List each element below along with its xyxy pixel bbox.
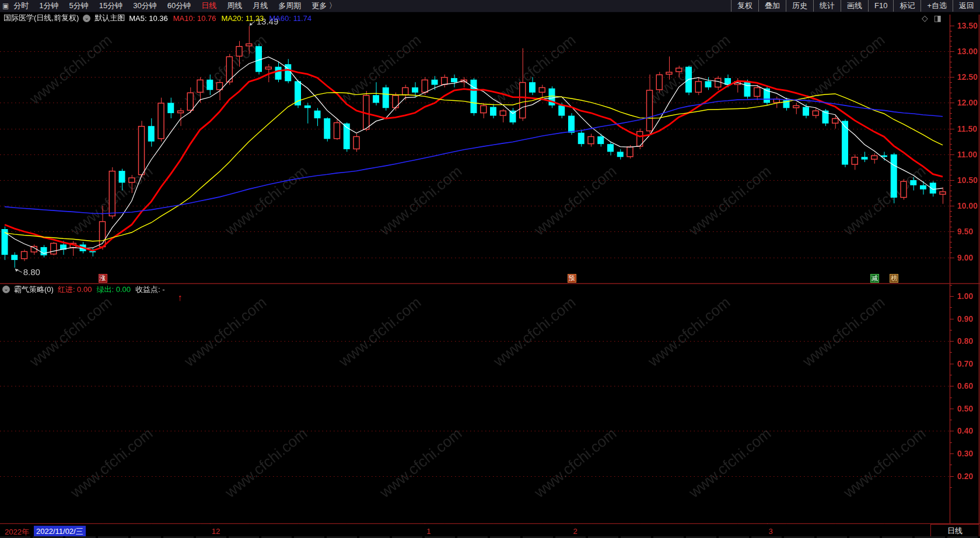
period-tab-分时[interactable]: 分时 (13, 1, 29, 11)
period-tab-多周期[interactable]: 多周期 (278, 1, 301, 11)
buy-signal-arrow-icon: ↑ (178, 294, 183, 302)
ma-value-labels: MA5: 10.36MA10: 10.76MA20: 11.23MA60: 11… (129, 14, 317, 23)
tool-button-复权[interactable]: 复权 (731, 0, 758, 12)
indicator-value: 收益点: - (135, 285, 165, 294)
indicator-value: 红进: 0.00 (58, 285, 92, 294)
indicator-values: 红进: 0.00绿出: 0.00收益点: - (58, 284, 170, 295)
split-view-icon[interactable]: ◨ (934, 13, 942, 23)
chart-title-row: 国际医学(日线,前复权) ⌄ 默认主图 MA5: 10.36MA10: 10.7… (4, 13, 317, 23)
time-axis: 2022年 2022/11/02/三 12123 日线 (0, 524, 980, 538)
event-badge-涨[interactable]: 涨 (99, 274, 107, 283)
period-tab-更多〉[interactable]: 更多 〉 (312, 1, 337, 11)
period-tab-60分钟[interactable]: 60分钟 (167, 1, 191, 11)
chevron-circle-icon[interactable]: ⌄ (2, 286, 10, 293)
indicator-title-row: ⌄ 霸气策略(0) 红进: 0.00绿出: 0.00收益点: - (2, 285, 170, 294)
event-badge-榜[interactable]: 榜 (890, 274, 898, 283)
event-badge-预[interactable]: 预 (568, 274, 576, 283)
chevron-circle-icon[interactable]: ⌄ (83, 15, 90, 22)
tool-button-叠加[interactable]: 叠加 (758, 0, 786, 12)
period-tab-日线[interactable]: 日线 (201, 1, 216, 11)
event-badge-减[interactable]: 减 (870, 274, 879, 283)
month-tick-label: 1 (426, 527, 430, 536)
window-icon[interactable]: ▣ (2, 2, 9, 10)
ma-label: MA60: 11.74 (269, 14, 312, 23)
toolbar-buttons: 复权叠加历史统计画线F10标记+自选返回 (731, 0, 980, 12)
period-tab-1分钟[interactable]: 1分钟 (39, 1, 58, 11)
top-toolbar: ▣ 分时1分钟5分钟15分钟30分钟60分钟日线周线月线多周期更多 〉 复权叠加… (0, 0, 980, 12)
tool-button-+自选[interactable]: +自选 (921, 0, 953, 12)
period-display-box: 日线 (930, 524, 979, 537)
tool-button-F10[interactable]: F10 (868, 0, 893, 12)
indicator-value: 绿出: 0.00 (96, 285, 131, 294)
indicator-name: 霸气策略(0) (14, 284, 54, 295)
ma-label: MA5: 10.36 (129, 14, 168, 23)
ma-label: MA10: 10.76 (173, 14, 216, 23)
period-tabs: 分时1分钟5分钟15分钟30分钟60分钟日线周线月线多周期更多 〉 (13, 1, 337, 11)
selected-date-chip[interactable]: 2022/11/02/三 (34, 526, 86, 537)
tool-button-统计[interactable]: 统计 (813, 0, 841, 12)
trading-app-window: ▣ 分时1分钟5分钟15分钟30分钟60分钟日线周线月线多周期更多 〉 复权叠加… (0, 0, 980, 538)
month-tick-label: 12 (212, 527, 220, 536)
tool-button-返回[interactable]: 返回 (953, 0, 980, 12)
tool-button-标记[interactable]: 标记 (893, 0, 921, 12)
tool-button-画线[interactable]: 画线 (841, 0, 868, 12)
ma-label: MA20: 11.23 (222, 14, 264, 23)
period-tab-月线[interactable]: 月线 (253, 1, 268, 11)
period-tab-周线[interactable]: 周线 (227, 1, 242, 11)
diamond-icon[interactable]: ◇ (922, 13, 928, 23)
period-tab-5分钟[interactable]: 5分钟 (69, 1, 89, 11)
stock-title: 国际医学(日线,前复权) (4, 13, 79, 23)
month-tick-label: 3 (769, 527, 773, 536)
period-tab-30分钟[interactable]: 30分钟 (133, 1, 156, 11)
tool-button-历史[interactable]: 历史 (786, 0, 813, 12)
period-tab-15分钟[interactable]: 15分钟 (99, 1, 123, 11)
month-tick-label: 2 (573, 527, 578, 536)
stock-chart-canvas[interactable] (0, 0, 980, 538)
overlay-label: 默认主图 (94, 13, 125, 23)
